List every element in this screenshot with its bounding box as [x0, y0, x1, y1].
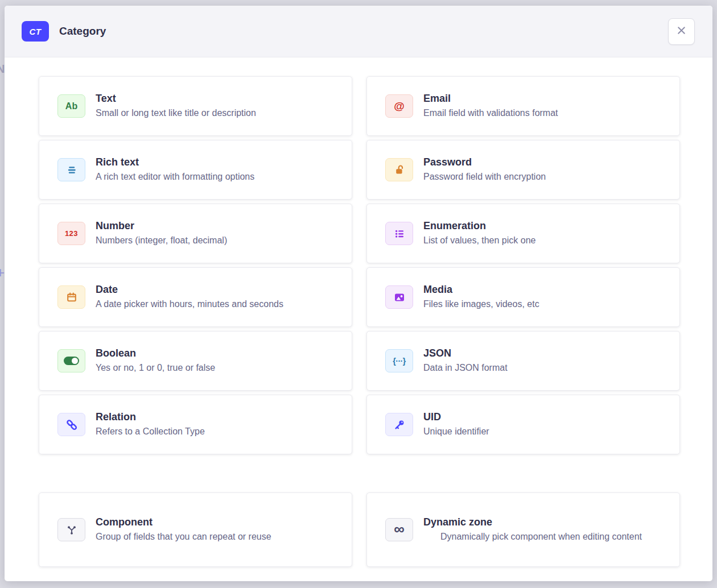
picture-icon [385, 285, 413, 309]
field-card-title: Enumeration [423, 220, 659, 232]
infinity-icon: ∞ [385, 518, 413, 541]
lock-icon [385, 158, 413, 181]
advanced-field-grid: Component Group of fields that you can r… [5, 492, 712, 567]
field-card-description: List of values, then pick one [423, 234, 659, 247]
field-card-title: Dynamic zone [423, 516, 659, 528]
field-card-description: Numbers (integer, float, decimal) [96, 234, 331, 247]
field-card-date[interactable]: Date A date picker with hours, minutes a… [39, 267, 352, 327]
field-card-description: Files like images, videos, etc [423, 298, 659, 310]
text-ab-icon: Ab [57, 94, 85, 118]
field-card-text[interactable]: Ab Text Small or long text like title or… [39, 76, 352, 136]
field-card-richtext[interactable]: Rich text A rich text editor with format… [39, 140, 352, 200]
field-card-relation[interactable]: Relation Refers to a Collection Type [39, 395, 352, 454]
field-card-title: Media [423, 284, 659, 296]
field-card-description: Refers to a Collection Type [96, 425, 331, 438]
field-card-title: Date [96, 284, 331, 296]
background-plus-fragment: + [0, 264, 5, 281]
field-card-description: A date picker with hours, minutes and se… [96, 298, 331, 310]
field-card-description: Group of fields that you can repeat or r… [96, 531, 331, 543]
field-card-description: Password field with encryption [423, 171, 659, 183]
field-card-dynamiczone[interactable]: ∞ Dynamic zone Dynamically pick componen… [366, 492, 680, 567]
field-type-grid: Ab Text Small or long text like title or… [5, 76, 712, 454]
text-lines-icon [57, 158, 85, 181]
field-card-enumeration[interactable]: Enumeration List of values, then pick on… [366, 204, 680, 263]
field-card-title: Relation [96, 411, 331, 423]
collection-type-badge: CT [22, 21, 49, 42]
field-card-title: UID [423, 411, 659, 423]
field-card-description: Yes or no, 1 or 0, true or false [96, 362, 331, 374]
number-icon: 123 [57, 222, 85, 245]
calendar-icon [57, 285, 85, 309]
branch-icon [57, 518, 85, 541]
field-card-description: A rich text editor with formatting optio… [96, 171, 331, 183]
key-icon [385, 413, 413, 436]
field-card-description: Dynamically pick component when editing … [423, 531, 659, 543]
field-card-media[interactable]: Media Files like images, videos, etc [366, 267, 680, 327]
page-title: Category [59, 25, 106, 38]
field-card-json[interactable]: {···} JSON Data in JSON format [366, 331, 680, 391]
field-card-description: Unique identifier [423, 425, 659, 438]
modal-header: CT Category [5, 6, 712, 57]
field-card-description: Email field with validations format [423, 107, 659, 119]
field-card-title: Email [423, 93, 659, 105]
field-card-title: Rich text [96, 156, 331, 168]
field-card-boolean[interactable]: Boolean Yes or no, 1 or 0, true or false [39, 331, 352, 391]
field-card-description: Data in JSON format [423, 362, 659, 374]
field-type-modal: CT Category Ab Text Small or long text l… [5, 6, 712, 581]
bullet-list-icon [385, 222, 413, 245]
close-button[interactable] [668, 18, 695, 45]
field-card-description: Small or long text like title or descrip… [96, 107, 331, 119]
field-card-title: Text [96, 93, 331, 105]
field-card-number[interactable]: 123 Number Numbers (integer, float, deci… [39, 204, 352, 263]
field-card-password[interactable]: Password Password field with encryption [366, 140, 680, 200]
braces-icon: {···} [385, 349, 413, 372]
field-card-uid[interactable]: UID Unique identifier [366, 395, 680, 454]
field-card-title: Component [96, 516, 331, 528]
at-icon: @ [385, 94, 413, 118]
field-card-title: Boolean [96, 347, 331, 359]
chain-link-icon [57, 413, 85, 436]
field-card-email[interactable]: @ Email Email field with validations for… [366, 76, 680, 136]
field-card-title: Number [96, 220, 331, 232]
toggle-icon [57, 349, 85, 372]
close-icon [676, 25, 687, 38]
field-card-title: JSON [423, 347, 659, 359]
field-card-title: Password [423, 156, 659, 168]
field-card-component[interactable]: Component Group of fields that you can r… [39, 492, 352, 567]
